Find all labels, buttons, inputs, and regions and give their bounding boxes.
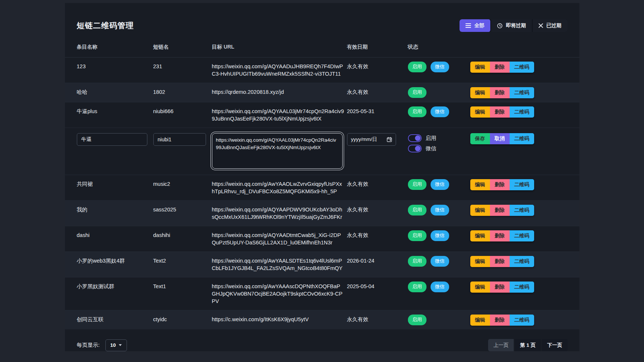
table-body: 123231https://weixin.qq.com/g/AQYAADuJHB…: [65, 57, 579, 329]
entry-name-cell: 牛逼plus: [77, 102, 153, 120]
edit-button[interactable]: 编辑: [470, 106, 490, 118]
edit-button[interactable]: 编辑: [470, 315, 490, 326]
qrcode-button[interactable]: 二维码: [510, 87, 535, 98]
edit-button[interactable]: 编辑: [470, 205, 490, 216]
edit-button[interactable]: 编辑: [470, 282, 490, 293]
edit-row: https://weixin.qq.com/g/AQYAAL03jMr74cpQ…: [65, 128, 579, 175]
status-cell: 启用微信: [408, 175, 470, 194]
row-actions-group: 编辑删除二维码: [470, 179, 535, 190]
table-row: 创同云互联ctyidchttps://c.weixin.com/g/ItKsK6…: [65, 310, 579, 329]
status-cell: 启用微信: [408, 252, 470, 270]
column-header-slug: 短链名: [153, 38, 212, 57]
column-header-status: 状态: [408, 38, 470, 57]
row-actions-group: 编辑删除二维码: [470, 87, 535, 98]
entry-name-cell: 小罗黑奴测试群: [77, 277, 153, 295]
entry-name-cell: 小罗的web3黑奴4群: [77, 252, 153, 270]
enable-toggle[interactable]: [408, 134, 422, 142]
qrcode-button[interactable]: 二维码: [510, 133, 535, 144]
filter-tab-expiring[interactable]: 即将过期: [491, 19, 533, 32]
panel-footer: 每页显示: 10 上一页 第 1 页 下一页: [65, 329, 579, 361]
target-url-cell: https://weixin.qq.com/g/AwYAAAscDQPNthXO…: [212, 277, 347, 310]
edit-button[interactable]: 编辑: [470, 87, 490, 98]
table-row: 我的sass2025https://weixin.qq.com/g/AQYAAP…: [65, 200, 579, 226]
toggle-knob: [415, 135, 421, 141]
actions-cell: 编辑删除二维码: [470, 226, 568, 245]
panel-header: 短链二维码管理 全部: [65, 3, 579, 38]
table-row: 小罗的web3黑奴4群Text2https://weixin.qq.com/g/…: [65, 251, 579, 277]
delete-button[interactable]: 删除: [490, 282, 510, 293]
wechat-toggle[interactable]: [408, 145, 422, 152]
valid-date-cell: 永久有效: [347, 201, 408, 218]
delete-button[interactable]: 删除: [490, 179, 510, 190]
qrcode-button[interactable]: 二维码: [510, 106, 535, 118]
filter-tab-expired[interactable]: 已过期: [533, 19, 568, 32]
table-row: 哈哈1802https://qrdemo.2020818.xyz/jd永久有效启…: [65, 83, 579, 102]
qrcode-button[interactable]: 二维码: [510, 256, 535, 267]
status-cell: 启用微信: [408, 226, 470, 245]
qrcode-button[interactable]: 二维码: [510, 315, 535, 326]
cancel-button[interactable]: 取消: [490, 133, 510, 144]
table-row: 共同裙music2https://weixin.qq.com/g/AwYAAOL…: [65, 175, 579, 200]
row-actions-group: 编辑删除二维码: [470, 282, 535, 293]
valid-date-cell: 永久有效: [347, 310, 408, 328]
date-input[interactable]: yyyy/mm/日: [347, 133, 396, 146]
qrcode-button[interactable]: 二维码: [510, 230, 535, 241]
status-cell: 启用微信: [408, 57, 470, 76]
target-url-cell: https://weixin.qq.com/g/AQYAAPDWV9OUKcbA…: [212, 201, 347, 226]
page-size-label: 每页显示:: [77, 342, 100, 349]
qrcode-button[interactable]: 二维码: [510, 205, 535, 216]
delete-button[interactable]: 删除: [490, 315, 510, 326]
delete-button[interactable]: 删除: [490, 205, 510, 216]
status-pill-wechat: 微信: [431, 256, 449, 267]
actions-cell: 编辑删除二维码: [470, 252, 568, 271]
table-row: 牛逼plusniubi666https://weixin.qq.com/g/AQ…: [65, 102, 579, 128]
actions-cell: 编辑删除二维码: [470, 83, 568, 102]
page-size-select[interactable]: 10: [105, 339, 127, 351]
valid-date-cell: 2025-05-04: [347, 277, 408, 295]
enable-toggle-label: 启用: [426, 135, 437, 142]
edit-button[interactable]: 编辑: [470, 230, 490, 241]
actions-cell: 编辑删除二维码: [470, 57, 568, 76]
entry-name-edit-cell: [77, 133, 153, 146]
qrcode-button[interactable]: 二维码: [510, 179, 535, 190]
toggle-knob: [415, 146, 421, 151]
short-name-cell: 231: [153, 57, 212, 75]
prev-page-button[interactable]: 上一页: [488, 339, 514, 351]
qrcode-button[interactable]: 二维码: [510, 282, 535, 293]
caret-down-icon: [119, 344, 122, 346]
status-pill-enabled: 启用: [408, 230, 426, 241]
column-header-url: 目标 URL: [212, 38, 347, 57]
short-name-input[interactable]: [153, 133, 206, 146]
delete-button[interactable]: 删除: [490, 62, 510, 73]
edit-button[interactable]: 编辑: [470, 62, 490, 73]
edit-button[interactable]: 编辑: [470, 256, 490, 267]
target-url-textarea[interactable]: https://weixin.qq.com/g/AQYAAL03jMr74cpQ…: [212, 133, 343, 169]
filter-tab-label: 即将过期: [506, 22, 526, 29]
edit-button[interactable]: 编辑: [470, 179, 490, 190]
qrcode-button[interactable]: 二维码: [510, 62, 535, 73]
entry-name-cell: 我的: [77, 201, 153, 218]
save-button[interactable]: 保存: [470, 133, 490, 144]
next-page-button[interactable]: 下一页: [542, 339, 568, 351]
entry-name-cell: 共同裙: [77, 175, 153, 193]
entry-name-input[interactable]: [77, 133, 147, 146]
entry-name-cell: 哈哈: [77, 83, 153, 101]
current-page-indicator[interactable]: 第 1 页: [515, 339, 541, 351]
filter-tab-all[interactable]: 全部: [460, 19, 491, 32]
column-header-date: 有效日期: [347, 38, 408, 57]
page-title: 短链二维码管理: [77, 20, 134, 31]
table-row: 123231https://weixin.qq.com/g/AQYAADuJHB…: [65, 57, 579, 83]
column-header-actions: [470, 38, 568, 50]
enable-toggle-row: 启用: [408, 134, 464, 142]
delete-button[interactable]: 删除: [490, 106, 510, 118]
page-size-control: 每页显示: 10: [77, 339, 127, 351]
target-url-cell: https://c.weixin.com/g/ItKsK6X9jyqU5ytV: [212, 310, 347, 328]
delete-button[interactable]: 删除: [490, 256, 510, 267]
status-pill-wechat: 微信: [431, 179, 449, 190]
delete-button[interactable]: 删除: [490, 230, 510, 241]
valid-date-cell: 永久有效: [347, 175, 408, 193]
delete-button[interactable]: 删除: [490, 87, 510, 98]
valid-date-cell: 永久有效: [347, 57, 408, 75]
short-name-cell: music2: [153, 175, 212, 193]
status-pill-wechat: 微信: [431, 230, 449, 241]
